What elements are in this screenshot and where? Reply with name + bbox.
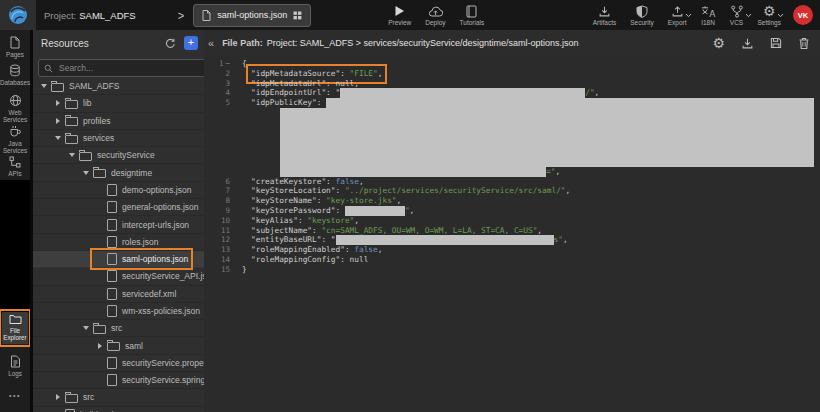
redacted-value bbox=[280, 167, 546, 177]
chevron-right-icon[interactable] bbox=[53, 100, 63, 106]
save-icon[interactable] bbox=[770, 37, 782, 49]
tree-row-saml-options-json[interactable]: saml-options.json bbox=[33, 251, 204, 268]
delete-icon[interactable] bbox=[798, 37, 810, 50]
i18n-icon: A bbox=[701, 4, 716, 18]
code-line: 5 "idpPublicKey": bbox=[204, 98, 820, 108]
code-token: : bbox=[345, 245, 354, 255]
line-number bbox=[204, 128, 234, 138]
java-services-icon bbox=[9, 125, 22, 138]
code-editor[interactable]: 1− { 2 "idpMetadataSource": "FILE", 3 "i… bbox=[204, 56, 820, 412]
folder-icon bbox=[93, 169, 106, 178]
chevron-right-icon[interactable] bbox=[53, 394, 63, 400]
code-token: "roleMappingEnabled" bbox=[251, 245, 345, 255]
code-token: =" bbox=[546, 167, 555, 177]
tree-row-lib[interactable]: lib bbox=[33, 95, 204, 112]
artifacts-icon bbox=[598, 4, 611, 18]
tree-row-saml-adfs[interactable]: SAML_ADFS bbox=[33, 78, 204, 95]
tutorials-button[interactable]: Tutorials bbox=[460, 4, 485, 26]
code-token: null bbox=[336, 79, 355, 89]
svg-text:A: A bbox=[709, 9, 716, 18]
artifacts-button[interactable]: Artifacts bbox=[593, 4, 616, 26]
tree-row-wm-xss-policies-json[interactable]: wm-xss-policies.json bbox=[33, 303, 204, 320]
tree-row-roles-json[interactable]: roles.json bbox=[33, 234, 204, 251]
code-token: } bbox=[242, 265, 247, 275]
tree-row-intercept-urls-json[interactable]: intercept-urls.json bbox=[33, 216, 204, 233]
sidebar-overflow-dots[interactable]: ••• bbox=[0, 392, 30, 399]
tree-row-src[interactable]: src bbox=[33, 389, 204, 406]
app-logo-icon bbox=[7, 4, 29, 26]
tab-saml-options[interactable]: saml-options.json bbox=[193, 4, 311, 27]
tree-row-securityservice-spring-xml[interactable]: securityService.spring.xml bbox=[33, 372, 204, 389]
add-resource-button[interactable]: + bbox=[184, 36, 198, 50]
sidebar-item-databases[interactable]: Databases bbox=[0, 64, 30, 86]
chevron-right-icon[interactable]: > bbox=[178, 8, 184, 22]
chevron-right-icon[interactable] bbox=[53, 118, 63, 124]
chevron-down-icon[interactable] bbox=[777, 13, 784, 18]
user-avatar[interactable]: VK bbox=[793, 5, 813, 25]
code-line: 2 "idpMetadataSource": "FILE", bbox=[204, 69, 820, 79]
tree-row-securityservice-properties[interactable]: securityService.properties bbox=[33, 355, 204, 372]
tutorials-icon bbox=[466, 4, 477, 18]
app-logo[interactable] bbox=[0, 0, 36, 30]
tree-row-services[interactable]: services bbox=[33, 130, 204, 147]
code-line: 11 "subjectName": "cn=SAML_ADFS, OU=WM, … bbox=[204, 226, 820, 236]
folder-icon bbox=[79, 152, 92, 161]
search-input[interactable] bbox=[57, 62, 202, 74]
fold-marker[interactable]: − bbox=[225, 59, 230, 68]
resources-header: Resources + bbox=[33, 30, 204, 56]
sidebar-item-logs[interactable]: Logs bbox=[0, 355, 30, 377]
chevron-down-icon[interactable] bbox=[67, 153, 77, 157]
settings-button[interactable]: ⚙ Settings bbox=[758, 4, 782, 26]
code-token: "keyStoreName" bbox=[251, 196, 317, 206]
sidebar-item-java-services[interactable]: Java Services bbox=[0, 125, 30, 154]
code-token: "key-store.jks" bbox=[326, 196, 396, 206]
collapse-panel-icon[interactable]: « bbox=[208, 37, 214, 49]
chevron-right-icon[interactable] bbox=[95, 343, 105, 349]
export-button[interactable]: Export bbox=[668, 4, 687, 26]
preview-button[interactable]: Preview bbox=[388, 4, 411, 26]
settings-icon: ⚙ bbox=[763, 4, 776, 18]
code-token: : bbox=[312, 226, 321, 236]
tree-row-demo-options-json[interactable]: demo-options.json bbox=[33, 182, 204, 199]
apis-icon bbox=[9, 156, 21, 168]
code-token: : bbox=[317, 196, 326, 206]
tree-row-designtime[interactable]: designtime bbox=[33, 164, 204, 181]
chevron-down-icon[interactable] bbox=[53, 136, 63, 140]
tree-row-src[interactable]: src bbox=[33, 320, 204, 337]
i18n-button[interactable]: A I18N bbox=[701, 4, 716, 26]
tree-row-profiles[interactable]: profiles bbox=[33, 113, 204, 130]
code-line bbox=[204, 147, 820, 157]
code-token: null bbox=[350, 255, 369, 265]
file-icon bbox=[107, 253, 117, 265]
sidebar-item-apis[interactable]: APIs bbox=[0, 156, 30, 177]
download-icon[interactable] bbox=[741, 37, 754, 50]
tree-row-servicedef-xml[interactable]: servicedef.xml bbox=[33, 286, 204, 303]
chevron-down-icon[interactable] bbox=[81, 171, 91, 175]
sidebar-item-web-services[interactable]: Web Services bbox=[0, 94, 30, 123]
sidebar-item-file-explorer[interactable]: File Explorer bbox=[2, 312, 28, 344]
redacted-value bbox=[336, 235, 554, 245]
chevron-down-icon[interactable] bbox=[39, 84, 49, 88]
tree-row-build-xml[interactable]: build.xml bbox=[33, 407, 204, 412]
file-explorer-icon bbox=[9, 314, 22, 325]
tree-row-securityservice-api-json[interactable]: securityService_API.json bbox=[33, 268, 204, 285]
sidebar-item-pages[interactable]: Pages bbox=[0, 36, 30, 58]
chevron-down-icon[interactable] bbox=[685, 13, 692, 18]
deploy-button[interactable]: Deploy bbox=[425, 4, 445, 26]
line-number: 3 bbox=[204, 79, 234, 89]
tree-row-securityservice[interactable]: securityService bbox=[33, 147, 204, 164]
chevron-down-icon[interactable] bbox=[81, 326, 91, 330]
project-name: Project:SAML_ADFS bbox=[44, 10, 136, 21]
tree-row-general-options-json[interactable]: general-options.json bbox=[33, 199, 204, 216]
refresh-icon[interactable] bbox=[165, 38, 176, 49]
code-token: , bbox=[397, 196, 402, 206]
chevron-down-icon[interactable] bbox=[745, 13, 752, 18]
grid-icon[interactable] bbox=[293, 11, 302, 20]
tree-row-saml[interactable]: saml bbox=[33, 337, 204, 354]
redacted-value bbox=[280, 118, 814, 128]
settings-icon[interactable]: ⚙ bbox=[712, 36, 725, 50]
code-line: 4 "idpEndpointUrl": "/", bbox=[204, 88, 820, 98]
security-button[interactable]: Security bbox=[630, 4, 653, 26]
line-number: 14 bbox=[204, 255, 234, 265]
vcs-button[interactable]: VCS bbox=[730, 4, 744, 26]
